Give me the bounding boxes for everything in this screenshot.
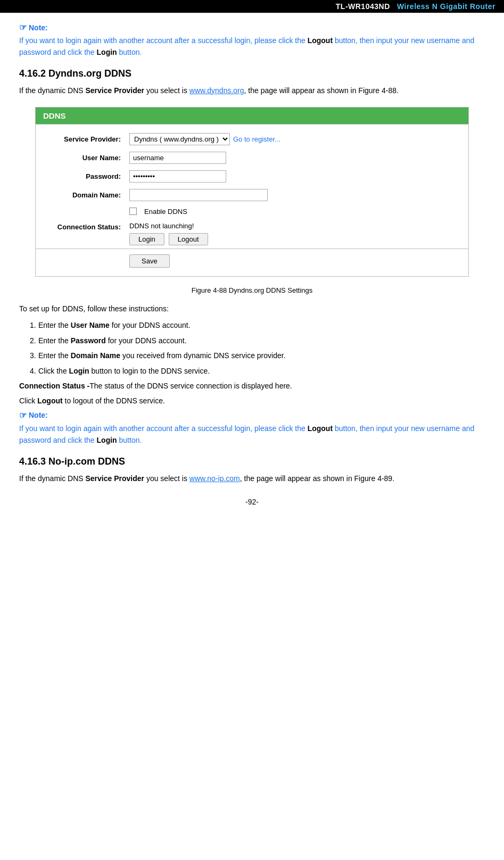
- ddns-save-button[interactable]: Save: [129, 254, 170, 268]
- domain-input[interactable]: [129, 189, 268, 201]
- ddns-login-button[interactable]: Login: [129, 233, 164, 245]
- username-label: User Name:: [46, 154, 121, 162]
- note-block-1: ☞ Note: If you want to login again with …: [19, 22, 485, 59]
- service-provider-row: Service Provider: Dyndns ( www.dyndns.or…: [36, 130, 468, 148]
- goto-register-link[interactable]: Go to register...: [233, 135, 280, 143]
- step-4-text: Click the Login button to login to the D…: [38, 365, 485, 377]
- service-provider-label: Service Provider:: [46, 135, 121, 143]
- note-label-2: ☞ Note:: [19, 410, 485, 420]
- connection-status-content: DDNS not launching! Login Logout: [129, 222, 208, 245]
- step-4: 4. Click the Login button to login to th…: [19, 365, 485, 377]
- password-label: Password:: [46, 172, 121, 180]
- step-2-text: Enter the Password for your DDNS account…: [38, 335, 485, 346]
- step-3-num: 3.: [19, 350, 38, 361]
- noip-link[interactable]: www.no-ip.com: [189, 474, 240, 483]
- step-2: 2. Enter the Password for your DDNS acco…: [19, 335, 485, 346]
- ddns-header: DDNS: [36, 108, 468, 124]
- page-content: ☞ Note: If you want to login again with …: [0, 13, 504, 516]
- note-block-2: ☞ Note: If you want to login again with …: [19, 410, 485, 446]
- note-icon-1: ☞: [19, 22, 27, 32]
- instructions-intro: To set up for DDNS, follow these instruc…: [19, 303, 485, 316]
- note-text-1: If you want to login again with another …: [19, 35, 485, 59]
- section1-body: If the dynamic DNS Service Provider you …: [19, 85, 485, 97]
- enable-ddns-label: Enable DDNS: [144, 208, 187, 216]
- figure-caption-1: Figure 4-88 Dyndns.org DDNS Settings: [19, 286, 485, 294]
- ddns-save-row: Save: [36, 249, 468, 273]
- enable-ddns-checkbox-box: [129, 208, 137, 215]
- logout-para-post: to logout of the DDNS service.: [63, 396, 165, 405]
- connection-status-bold: Connection Status -: [19, 382, 89, 390]
- password-input[interactable]: [129, 170, 226, 183]
- step-3-text: Enter the Domain Name you received from …: [38, 350, 485, 361]
- dyndns-link[interactable]: www.dyndns.org: [189, 86, 244, 95]
- section-title-1: 4.16.2 Dyndns.org DDNS: [19, 68, 485, 79]
- note-text-2: If you want to login again with another …: [19, 423, 485, 446]
- connection-status-para-text: The status of the DDNS service connectio…: [89, 382, 292, 390]
- logout-para: Click Logout to logout of the DDNS servi…: [19, 395, 485, 407]
- password-row: Password:: [36, 167, 468, 186]
- section-title-2: 4.16.3 No-ip.com DDNS: [19, 456, 485, 467]
- connection-status-para: Connection Status -The status of the DDN…: [19, 380, 485, 392]
- service-provider-select[interactable]: Dyndns ( www.dyndns.org ): [129, 133, 230, 145]
- ddns-login-logout-row: Login Logout: [129, 233, 208, 245]
- logout-para-pre: Click: [19, 396, 37, 405]
- step-2-num: 2.: [19, 335, 38, 346]
- step-4-num: 4.: [19, 365, 38, 377]
- service-provider-controls: Dyndns ( www.dyndns.org ) Go to register…: [129, 133, 280, 145]
- username-input[interactable]: [129, 152, 226, 164]
- connection-status-label: Connection Status:: [46, 222, 121, 231]
- domain-row: Domain Name:: [36, 186, 468, 204]
- step-3: 3. Enter the Domain Name you received fr…: [19, 350, 485, 361]
- step-1-num: 1.: [19, 319, 38, 331]
- page-subtitle: Wireless N Gigabit Router: [397, 2, 495, 11]
- section2-body: If the dynamic DNS Service Provider you …: [19, 473, 485, 485]
- ddns-body: Service Provider: Dyndns ( www.dyndns.or…: [36, 125, 468, 276]
- step-1: 1. Enter the User Name for your DDNS acc…: [19, 319, 485, 331]
- logout-para-bold: Logout: [37, 396, 62, 405]
- page-number: -92-: [19, 498, 485, 506]
- page-header: TL-WR1043ND Wireless N Gigabit Router: [0, 0, 504, 13]
- ddns-settings-box: DDNS Service Provider: Dyndns ( www.dynd…: [35, 107, 469, 277]
- domain-label: Domain Name:: [46, 191, 121, 199]
- note-label-1: ☞ Note:: [19, 22, 485, 32]
- connection-status-row: Connection Status: DDNS not launching! L…: [36, 219, 468, 249]
- model-name: TL-WR1043ND: [336, 2, 390, 11]
- enable-ddns-row: Enable DDNS: [36, 204, 468, 219]
- note-icon-2: ☞: [19, 410, 27, 420]
- connection-status-value: DDNS not launching!: [129, 222, 208, 230]
- ddns-logout-button[interactable]: Logout: [169, 233, 208, 245]
- username-row: User Name:: [36, 148, 468, 167]
- step-1-text: Enter the User Name for your DDNS accoun…: [38, 319, 485, 331]
